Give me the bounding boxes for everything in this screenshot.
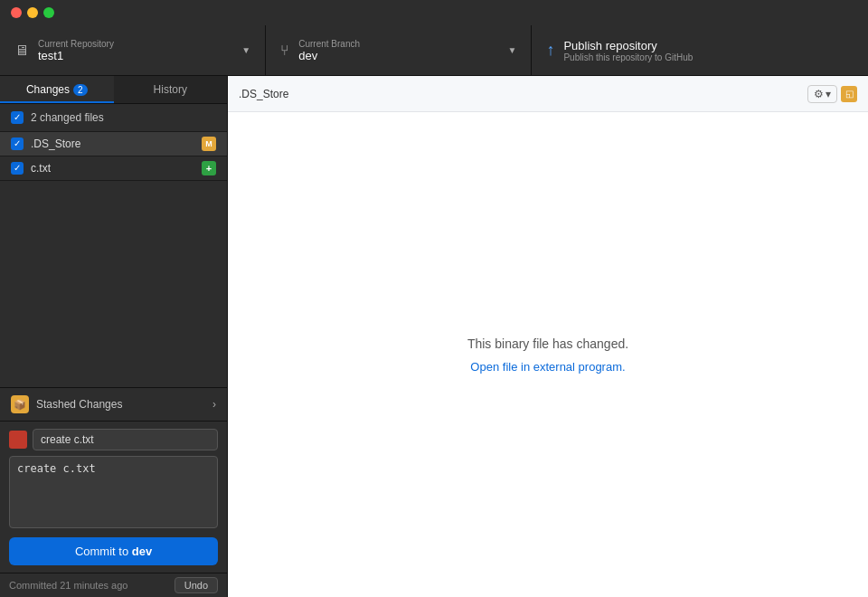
commit-area: create c.txt Commit to dev [0, 421, 227, 573]
minimize-button[interactable] [27, 7, 38, 18]
file-list-spacer [0, 260, 227, 387]
expand-button[interactable]: ◱ [841, 86, 857, 102]
committed-time-label: Committed 21 minutes ago [9, 580, 167, 591]
publish-icon: ↑ [546, 41, 554, 60]
check-icon: ✓ [14, 139, 21, 148]
commit-button[interactable]: Commit to dev [9, 537, 218, 565]
file-checkbox-ctxt[interactable]: ✓ [11, 162, 24, 175]
undo-button[interactable]: Undo [175, 577, 218, 593]
commit-title-input[interactable] [33, 429, 218, 450]
stashed-label: Stashed Changes [36, 398, 205, 411]
file-badge-modified: M [202, 137, 216, 151]
changed-files-label: 2 changed files [31, 111, 104, 124]
content-filename: .DS_Store [239, 88, 288, 100]
repo-arrow-icon: ▼ [241, 45, 250, 55]
check-icon: ✓ [14, 164, 21, 173]
gear-settings-button[interactable]: ⚙ ▾ [807, 85, 837, 103]
tab-history[interactable]: History [114, 76, 228, 103]
file-badge-added: + [202, 161, 216, 175]
file-name-ds-store: .DS_Store [31, 137, 194, 150]
content-header: .DS_Store ⚙ ▾ ◱ [228, 76, 868, 112]
binary-message: This binary file has changed. [467, 336, 628, 351]
select-all-checkbox[interactable]: ✓ [11, 111, 24, 124]
gear-dropdown-arrow-icon: ▾ [826, 88, 831, 100]
repo-label: Current Repository test1 [38, 39, 114, 62]
stashed-section: 📦 Stashed Changes › [0, 387, 227, 421]
changes-badge: 2 [73, 84, 88, 96]
publish-label: Publish repository Publish this reposito… [563, 39, 693, 62]
close-button[interactable] [11, 7, 22, 18]
content-header-actions: ⚙ ▾ ◱ [807, 85, 857, 103]
file-name-ctxt: c.txt [31, 162, 194, 175]
branch-arrow-icon: ▼ [508, 45, 517, 55]
publish-title: Publish repository [563, 39, 693, 52]
publish-section[interactable]: ↑ Publish repository Publish this reposi… [532, 25, 868, 75]
check-icon: ✓ [14, 113, 21, 122]
titlebar [0, 0, 868, 25]
file-item-ctxt[interactable]: ✓ c.txt + [0, 156, 227, 181]
file-list: ✓ .DS_Store M ✓ c.txt + [0, 132, 227, 260]
changed-files-header: ✓ 2 changed files [0, 104, 227, 132]
commit-avatar [9, 431, 27, 449]
publish-subtitle: Publish this repository to GitHub [563, 52, 693, 62]
file-item-ds-store[interactable]: ✓ .DS_Store M [0, 132, 227, 156]
repo-sublabel: Current Repository [38, 39, 114, 49]
bottom-bar: Committed 21 minutes ago Undo [0, 573, 227, 597]
repo-name: test1 [38, 49, 114, 62]
repo-icon: 🖥 [14, 43, 29, 59]
branch-sublabel: Current Branch [298, 39, 360, 49]
tabs: Changes2 History [0, 76, 227, 104]
branch-icon: ⑂ [280, 43, 289, 59]
file-checkbox-ds-store[interactable]: ✓ [11, 137, 24, 150]
stashed-arrow-icon: › [212, 398, 216, 411]
commit-description-input[interactable]: create c.txt [9, 456, 218, 528]
traffic-lights [11, 7, 54, 18]
branch-label: Current Branch dev [298, 39, 360, 62]
stash-icon: 📦 [11, 395, 29, 413]
open-external-link[interactable]: Open file in external program. [470, 360, 625, 374]
gear-icon: ⚙ [814, 88, 824, 100]
branch-name: dev [298, 49, 360, 62]
content-body: This binary file has changed. Open file … [228, 112, 868, 597]
expand-icon: ◱ [845, 89, 854, 99]
commit-branch-name: dev [132, 545, 152, 558]
main-layout: Changes2 History ✓ 2 changed files ✓ .DS… [0, 76, 868, 597]
sidebar: Changes2 History ✓ 2 changed files ✓ .DS… [0, 76, 228, 597]
content-area: .DS_Store ⚙ ▾ ◱ This binary file has cha… [228, 76, 868, 597]
stashed-header[interactable]: 📦 Stashed Changes › [0, 388, 227, 421]
tab-changes[interactable]: Changes2 [0, 76, 114, 103]
maximize-button[interactable] [43, 7, 54, 18]
commit-input-row [9, 429, 218, 450]
current-repo-section[interactable]: 🖥 Current Repository test1 ▼ [0, 25, 266, 75]
topbar: 🖥 Current Repository test1 ▼ ⑂ Current B… [0, 25, 868, 76]
current-branch-section[interactable]: ⑂ Current Branch dev ▼ [266, 25, 532, 75]
